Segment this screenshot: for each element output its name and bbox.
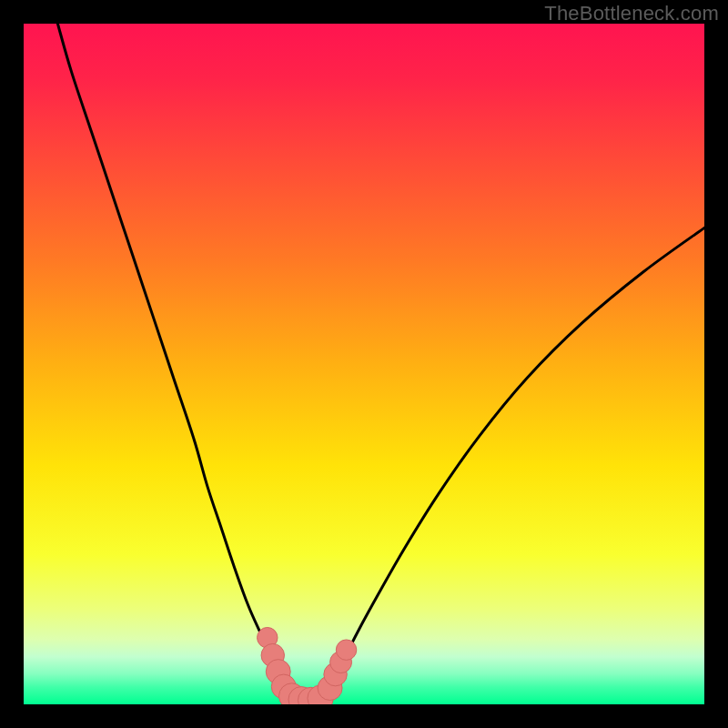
watermark-text: TheBottleneck.com [544, 2, 719, 25]
gradient-background [24, 24, 704, 704]
marker-right-cluster-4 [336, 640, 356, 660]
outer-frame: TheBottleneck.com [0, 0, 728, 728]
chart-svg [24, 24, 704, 704]
plot-area [24, 24, 704, 704]
